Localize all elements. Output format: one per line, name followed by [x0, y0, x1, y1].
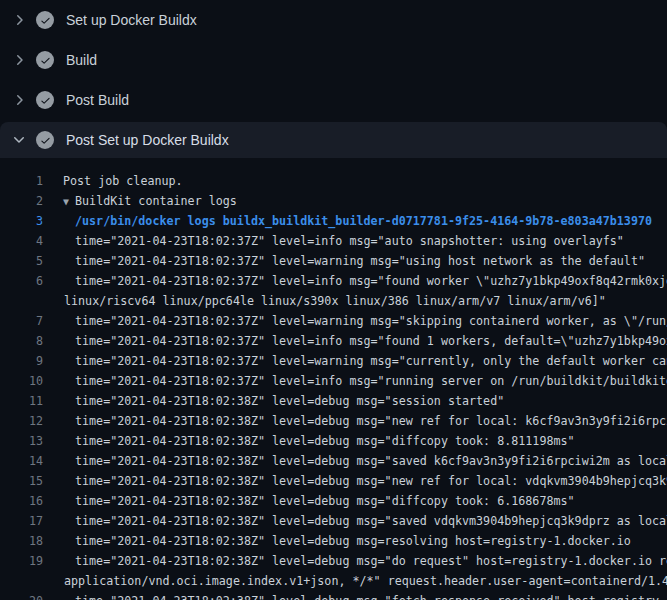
step-header[interactable]: Build: [0, 40, 667, 80]
log-line-text: time="2021-04-23T18:02:37Z" level=info m…: [75, 274, 667, 288]
log-line: 8 time="2021-04-23T18:02:37Z" level=info…: [0, 331, 667, 351]
log-line-text: time="2021-04-23T18:02:38Z" level=debug …: [75, 554, 667, 568]
log-line: application/vnd.oci.image.index.v1+json,…: [0, 571, 667, 591]
log-line-number[interactable]: 2: [0, 191, 43, 211]
log-line-body: time="2021-04-23T18:02:38Z" level=debug …: [75, 471, 667, 491]
log-line-number[interactable]: 4: [0, 231, 43, 251]
log-line-text: BuildKit container logs: [75, 194, 237, 208]
log-lines: 1 Post job cleanup. 2 ▼BuildKit containe…: [0, 158, 667, 600]
log-line-body: time="2021-04-23T18:02:38Z" level=debug …: [75, 531, 631, 551]
log-line-number[interactable]: 5: [0, 251, 43, 271]
actions-log-viewer: { "colors": { "page_bg": "#0b0f16", "pan…: [0, 0, 667, 600]
log-line-number[interactable]: 14: [0, 451, 43, 471]
log-line: 17 time="2021-04-23T18:02:38Z" level=deb…: [0, 511, 667, 531]
log-line-number[interactable]: 11: [0, 391, 43, 411]
log-line-number[interactable]: 17: [0, 511, 43, 531]
log-line-body: time="2021-04-23T18:02:38Z" level=debug …: [75, 451, 667, 471]
log-line: 11 time="2021-04-23T18:02:38Z" level=deb…: [0, 391, 667, 411]
check-icon: [40, 135, 51, 146]
status-check-circle-icon: [36, 51, 54, 69]
log-line-body: time="2021-04-23T18:02:37Z" level=warnin…: [75, 351, 667, 371]
log-line-body: time="2021-04-23T18:02:37Z" level=warnin…: [75, 251, 645, 271]
log-line-text: /usr/bin/docker logs buildx_buildkit_bui…: [75, 214, 652, 228]
step-label: Post Set up Docker Buildx: [66, 132, 229, 148]
log-line-text: time="2021-04-23T18:02:38Z" level=debug …: [75, 394, 504, 408]
log-line-text: time="2021-04-23T18:02:37Z" level=info m…: [75, 234, 624, 248]
log-line-text: linux/riscv64 linux/ppc64le linux/s390x …: [64, 294, 606, 308]
log-line-body: time="2021-04-23T18:02:38Z" level=debug …: [75, 491, 575, 511]
log-line-body: time="2021-04-23T18:02:37Z" level=info m…: [75, 271, 667, 291]
log-line-text: time="2021-04-23T18:02:37Z" level=warnin…: [75, 354, 667, 368]
log-line: 2 ▼BuildKit container logs: [0, 191, 667, 211]
log-line-text: time="2021-04-23T18:02:37Z" level=warnin…: [75, 314, 667, 328]
log-line-number[interactable]: 12: [0, 411, 43, 431]
log-line-number[interactable]: 6: [0, 271, 43, 291]
log-line: 14 time="2021-04-23T18:02:38Z" level=deb…: [0, 451, 667, 471]
log-line: 19 time="2021-04-23T18:02:38Z" level=deb…: [0, 551, 667, 571]
log-line-body: application/vnd.oci.image.index.v1+json,…: [64, 571, 667, 591]
step-header[interactable]: Post Set up Docker Buildx: [0, 122, 667, 158]
log-line: 15 time="2021-04-23T18:02:38Z" level=deb…: [0, 471, 667, 491]
log-line-text: time="2021-04-23T18:02:37Z" level=warnin…: [75, 254, 645, 268]
log-line-body: time="2021-04-23T18:02:38Z" level=debug …: [75, 391, 504, 411]
log-line-body: time="2021-04-23T18:02:38Z" level=debug …: [75, 591, 667, 600]
log-line-text: time="2021-04-23T18:02:38Z" level=debug …: [75, 474, 667, 488]
step-label: Build: [66, 52, 97, 68]
log-line-number[interactable]: 1: [0, 171, 43, 191]
log-line-text: time="2021-04-23T18:02:38Z" level=debug …: [75, 454, 667, 468]
log-line-body: time="2021-04-23T18:02:38Z" level=debug …: [75, 511, 667, 531]
log-line-body: time="2021-04-23T18:02:38Z" level=debug …: [75, 411, 667, 431]
log-line-number[interactable]: 9: [0, 351, 43, 371]
log-line-text: time="2021-04-23T18:02:38Z" level=debug …: [75, 414, 667, 428]
log-line-text: Post job cleanup.: [63, 174, 183, 188]
chevron-down-icon: [11, 132, 27, 148]
log-line: 18 time="2021-04-23T18:02:38Z" level=deb…: [0, 531, 667, 551]
log-line-text: time="2021-04-23T18:02:38Z" level=debug …: [75, 494, 575, 508]
log-line: linux/riscv64 linux/ppc64le linux/s390x …: [0, 291, 667, 311]
log-line-number[interactable]: 13: [0, 431, 43, 451]
log-line-number[interactable]: 7: [0, 311, 43, 331]
log-line-number[interactable]: [0, 291, 43, 311]
log-line-text: time="2021-04-23T18:02:38Z" level=debug …: [75, 434, 575, 448]
log-line-number[interactable]: 19: [0, 551, 43, 571]
log-line-number[interactable]: 18: [0, 531, 43, 551]
chevron-right-icon: [11, 52, 27, 68]
log-line-number[interactable]: 3: [0, 211, 43, 231]
log-line: 13 time="2021-04-23T18:02:38Z" level=deb…: [0, 431, 667, 451]
log-line-text: time="2021-04-23T18:02:37Z" level=info m…: [75, 334, 667, 348]
log-line-body: Post job cleanup.: [63, 171, 183, 191]
group-collapse-icon[interactable]: ▼: [63, 196, 69, 207]
log-line-body: time="2021-04-23T18:02:37Z" level=warnin…: [75, 311, 667, 331]
step-label: Post Build: [66, 92, 129, 108]
log-line-body: time="2021-04-23T18:02:37Z" level=info m…: [75, 231, 624, 251]
chevron-right-icon: [11, 12, 27, 28]
log-line-body: ▼BuildKit container logs: [63, 191, 237, 211]
log-line: 20 time="2021-04-23T18:02:38Z" level=deb…: [0, 591, 667, 600]
log-line-body: time="2021-04-23T18:02:38Z" level=debug …: [75, 551, 667, 571]
log-line-number[interactable]: 15: [0, 471, 43, 491]
steps-list: Set up Docker Buildx Build Post Build: [0, 0, 667, 158]
log-line: 16 time="2021-04-23T18:02:38Z" level=deb…: [0, 491, 667, 511]
log-line: 5 time="2021-04-23T18:02:37Z" level=warn…: [0, 251, 667, 271]
check-icon: [40, 95, 51, 106]
log-line-number[interactable]: [0, 571, 43, 591]
log-line-number[interactable]: 20: [0, 591, 43, 600]
log-line: 4 time="2021-04-23T18:02:37Z" level=info…: [0, 231, 667, 251]
log-line-text: time="2021-04-23T18:02:38Z" level=debug …: [75, 514, 667, 528]
log-line-text: time="2021-04-23T18:02:37Z" level=info m…: [75, 374, 667, 388]
step-header[interactable]: Set up Docker Buildx: [0, 0, 667, 40]
step-header[interactable]: Post Build: [0, 80, 667, 120]
log-line-body: time="2021-04-23T18:02:37Z" level=info m…: [75, 331, 667, 351]
status-check-circle-icon: [36, 131, 54, 149]
log-line: 7 time="2021-04-23T18:02:37Z" level=warn…: [0, 311, 667, 331]
log-line-body: time="2021-04-23T18:02:37Z" level=info m…: [75, 371, 667, 391]
chevron-right-icon: [11, 92, 27, 108]
step-label: Set up Docker Buildx: [66, 12, 197, 28]
status-check-circle-icon: [36, 91, 54, 109]
log-line-number[interactable]: 16: [0, 491, 43, 511]
log-line-body: linux/riscv64 linux/ppc64le linux/s390x …: [64, 291, 606, 311]
log-line-number[interactable]: 8: [0, 331, 43, 351]
log-line-text: time="2021-04-23T18:02:38Z" level=debug …: [75, 534, 631, 548]
log-line-number[interactable]: 10: [0, 371, 43, 391]
log-line: 12 time="2021-04-23T18:02:38Z" level=deb…: [0, 411, 667, 431]
